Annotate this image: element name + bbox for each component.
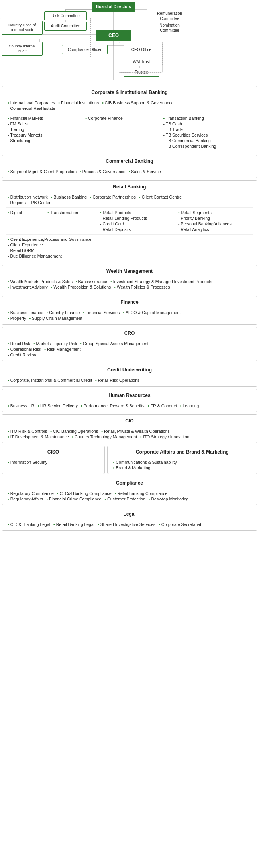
wm-row-2: Investment Advisory Wealth Proposition &… <box>6 284 253 290</box>
fin-row-1: Business Finance Country Finance Financi… <box>6 310 253 315</box>
wm-is: Investment Strategy & Managed Investment… <box>109 279 214 284</box>
comp-cp: Customer Protection <box>103 496 147 502</box>
ca-items: Communications & Sustainability <box>112 459 253 465</box>
country-internal-audit: Country Internal Audit <box>2 42 43 56</box>
cib-tb-corr: - TB Correspondent Banking <box>162 143 253 149</box>
section-title-cio: CIO <box>6 418 253 425</box>
section-title-cro: CRO <box>6 330 253 338</box>
rb-dn: Distribution Network <box>6 194 49 200</box>
compliance-officer: Compliance Officer <box>62 45 108 54</box>
wm-row-1: Wealth Markets Products & Sales Bancassu… <box>6 279 253 284</box>
section-cro: CRO Retail Risk Market / Liquidity Risk … <box>2 327 257 361</box>
cib-row-1: International Corporates Financial Insti… <box>6 100 253 106</box>
section-title-hr: Human Resources <box>6 393 253 400</box>
cib-tb-sec: - TB Securities Services <box>162 132 253 138</box>
wm-wps: Wealth Proposition & Solutions <box>49 284 113 290</box>
section-title-ca: Corporate Affairs and Brand & Marketing <box>112 449 253 456</box>
comp-ccibc: C, C&I Banking Compliance <box>55 491 113 496</box>
split-row-ciso-ca: CISO Information Security Corporate Affa… <box>2 446 257 474</box>
ca-cs: Communications & Sustainability <box>112 459 179 465</box>
cio-row-1: ITO Risk & Controls CIC Banking Operatio… <box>6 428 253 434</box>
rb-cp: Corporate Partnerships <box>88 194 137 200</box>
section-finance: Finance Business Finance Country Finance… <box>2 296 257 325</box>
cro-row-1: Retail Risk Market / Liquidity Risk Grou… <box>6 341 253 346</box>
cib-col-cf: Corporate Finance <box>84 115 160 149</box>
wm-trust: WM Trust <box>124 57 159 66</box>
rb-sub-cpg: - Client Experience - Retail BORM - Due … <box>6 242 253 259</box>
fin-row-2: Property Supply Chain Management <box>6 315 253 321</box>
cib-tb-cash: - TB Cash <box>162 121 253 127</box>
audit-committee: Audit Committee <box>44 22 87 31</box>
cib-cf-label: Corporate Finance <box>84 115 160 121</box>
rb-priority: - Priority Banking <box>177 215 253 221</box>
cib-fm-sales: - FM Sales <box>6 121 82 127</box>
cib-tb-comm: - TB Commercial Banking <box>162 138 253 143</box>
fin-cf: Country Finance <box>45 310 82 315</box>
cib-treasury: - Treasury Markets <box>6 132 82 138</box>
cro-mlr: Market / Liquidity Risk <box>32 341 78 346</box>
country-head-internal-audit: Country Head of Internal Audit <box>2 21 43 35</box>
cro-or: Operational Risk <box>6 346 43 352</box>
rb-col-segments: Retail Segments - Priority Banking - Per… <box>177 210 253 232</box>
cib-item-bsg: CIB Business Support & Governance <box>100 100 175 106</box>
rb-col-products: Retail Products - Retail Lending Product… <box>98 210 175 232</box>
rb-borm: - Retail BORM <box>6 248 253 253</box>
cio-idm: IT Development & Maintenance <box>6 434 71 440</box>
section-title-rb: Retail Banking <box>6 184 253 191</box>
fin-fs: Financial Services <box>81 310 121 315</box>
cib-row-2: - Commercial Real Estate <box>6 106 253 111</box>
wm-banca: Bancassurance <box>74 279 109 284</box>
rb-analytics: - Retail Analytics <box>177 227 253 232</box>
wm-wmps: Wealth Markets Products & Sales <box>6 279 74 284</box>
section-credit-underwriting: Credit Underwriting Corporate, Instituti… <box>2 364 257 387</box>
rb-digital: Digital <box>6 210 44 215</box>
rb-col-transform: Transformation <box>46 210 97 232</box>
hr-row-1: Business HR HR Service Delivery Performa… <box>6 403 253 409</box>
legal-ccibl: C, C&I Banking Legal <box>6 522 52 527</box>
org-chart: Board of Directors Risk Committee Audit … <box>0 0 259 84</box>
rb-col-digital: Digital <box>6 210 44 232</box>
rb-ddm: - Due Diligence Management <box>6 253 253 259</box>
section-wealth-management: Wealth Management Wealth Markets Product… <box>2 265 257 293</box>
ciso-is: Information Security <box>6 459 49 465</box>
fin-alco: ALCO & Capital Management <box>121 310 182 315</box>
section-corporate-affairs: Corporate Affairs and Brand & Marketing … <box>107 446 257 474</box>
section-title-wm: Wealth Management <box>6 268 253 276</box>
risk-committee: Risk Committee <box>44 11 87 20</box>
cb-item-ss: Sales & Service <box>127 169 163 174</box>
rb-cc: - Credit Card <box>98 221 175 227</box>
cb-item-smcp: Segment Mgmt & Client Proposition <box>6 169 78 174</box>
section-cio: CIO ITO Risk & Controls CIC Banking Oper… <box>2 414 257 443</box>
rb-four-cols: Digital Transformation Retail Products -… <box>6 210 253 232</box>
comp-row-2: Regulatory Affairs Financial Crime Compl… <box>6 496 253 502</box>
cio-isi: ITO Strategy / Innovation <box>139 434 191 440</box>
ceo-office: CEO Office <box>124 45 159 54</box>
rb-cpg: Client Experience,Process and Governance <box>6 237 93 242</box>
cu-rro: Retail Risk Operations <box>94 377 141 383</box>
section-title-cu: Credit Underwriting <box>6 367 253 374</box>
rb-row-1: Distribution Network Business Banking Co… <box>6 194 253 200</box>
section-retail-banking: Retail Banking Distribution Network Busi… <box>2 180 257 262</box>
main-sections: Corporate & Institutional Banking Intern… <box>0 86 259 531</box>
rb-pbc: - PB Center <box>27 200 52 205</box>
rb-ce: - Client Experience <box>6 242 253 248</box>
section-commercial-banking: Commercial Banking Segment Mgmt & Client… <box>2 155 257 178</box>
section-hr: Human Resources Business HR HR Service D… <box>2 389 257 412</box>
cib-fm-label: Financial Markets <box>6 115 82 121</box>
cro-rr: Retail Risk <box>6 341 32 346</box>
cu-row-1: Corporate, Institutional & Commercial Cr… <box>6 377 253 383</box>
section-legal: Legal C, C&I Banking Legal Retail Bankin… <box>2 508 257 531</box>
hr-learning: Learning <box>179 403 201 409</box>
comp-rc: Regulatory Compliance <box>6 491 55 496</box>
wm-wpp: Wealth Policies & Processes <box>112 284 171 290</box>
cib-three-cols: Financial Markets - FM Sales - Trading -… <box>6 115 253 149</box>
legal-sis: Shared Investigative Services <box>96 522 157 527</box>
section-title-finance: Finance <box>6 299 253 307</box>
rb-transform: Transformation <box>46 210 97 215</box>
cio-rc: ITO Risk & Controls <box>6 428 49 434</box>
comp-fcc: Financial Crime Compliance <box>45 496 103 502</box>
section-ciso: CISO Information Security <box>2 446 105 474</box>
legal-cs: Corporate Secretariat <box>157 522 203 527</box>
section-title-cb: Commercial Banking <box>6 158 253 166</box>
rb-row-2: - Regions - PB Center <box>6 200 253 205</box>
